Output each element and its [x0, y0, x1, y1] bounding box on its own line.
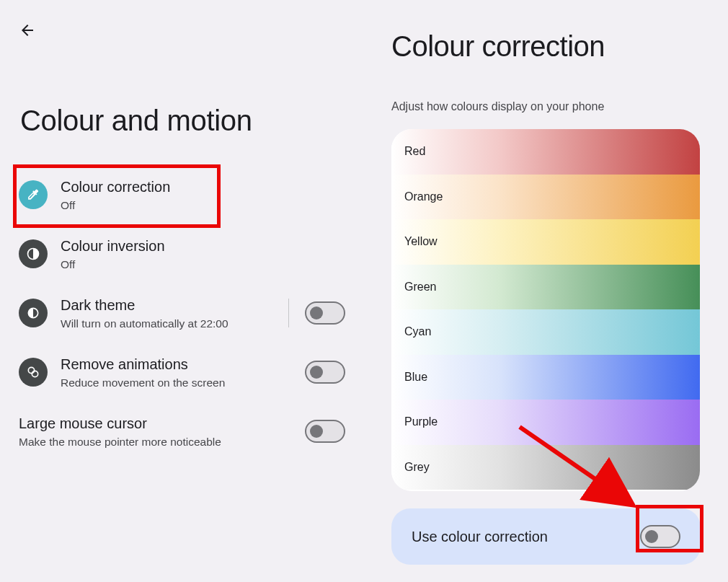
- setting-subtitle: Off: [61, 258, 345, 271]
- setting-title: Remove animations: [61, 355, 305, 374]
- palette-band-blue: Blue: [391, 355, 700, 400]
- colour-preview-palette: Red Orange Yellow Green Cyan Blue Purple…: [391, 129, 700, 491]
- palette-band-cyan: Cyan: [391, 309, 700, 355]
- page-title: Colour and motion: [0, 0, 364, 166]
- eyedropper-icon: [19, 180, 48, 209]
- animations-icon: [19, 358, 48, 387]
- setting-subtitle: Make the mouse pointer more noticeable: [19, 436, 305, 449]
- use-colour-correction-row[interactable]: Use colour correction: [391, 508, 701, 565]
- svg-point-2: [28, 367, 34, 373]
- dark-theme-toggle[interactable]: [305, 301, 345, 325]
- setting-title: Colour correction: [61, 177, 345, 197]
- setting-colour-correction[interactable]: Colour correction Off: [9, 166, 355, 225]
- palette-band-red: Red: [391, 129, 700, 175]
- arrow-left-icon: [19, 22, 36, 39]
- settings-list: Colour correction Off Colour inversion O…: [0, 166, 364, 462]
- dark-theme-icon: [19, 299, 48, 327]
- setting-subtitle: Off: [61, 199, 345, 212]
- divider: [288, 299, 289, 327]
- remove-animations-toggle[interactable]: [305, 361, 345, 384]
- setting-large-mouse-cursor[interactable]: Large mouse cursor Make the mouse pointe…: [9, 402, 355, 462]
- setting-dark-theme[interactable]: Dark theme Will turn on automatically at…: [9, 284, 355, 343]
- setting-title: Large mouse cursor: [19, 414, 305, 433]
- palette-band-green: Green: [391, 265, 700, 310]
- panel-colour-and-motion: Colour and motion Colour correction Off …: [0, 0, 364, 582]
- setting-colour-inversion[interactable]: Colour inversion Off: [9, 225, 355, 284]
- setting-subtitle: Will turn on automatically at 22:00: [61, 317, 281, 330]
- page-subtitle: Adjust how colours display on your phone: [364, 71, 728, 129]
- large-cursor-toggle[interactable]: [305, 420, 345, 443]
- setting-subtitle: Reduce movement on the screen: [61, 376, 305, 389]
- panel-colour-correction: Colour correction Adjust how colours dis…: [364, 0, 728, 582]
- use-colour-correction-label: Use colour correction: [412, 529, 548, 545]
- use-colour-correction-toggle[interactable]: [640, 525, 680, 548]
- palette-band-orange: Orange: [391, 175, 700, 220]
- palette-band-grey: Grey: [391, 445, 700, 490]
- palette-band-purple: Purple: [391, 400, 700, 445]
- setting-remove-animations[interactable]: Remove animations Reduce movement on the…: [9, 343, 355, 402]
- setting-title: Dark theme: [61, 296, 281, 315]
- page-title: Colour correction: [364, 0, 728, 71]
- back-button[interactable]: [17, 20, 37, 40]
- invert-colors-icon: [19, 239, 48, 268]
- palette-band-yellow: Yellow: [391, 219, 700, 265]
- setting-title: Colour inversion: [61, 237, 345, 256]
- svg-point-3: [32, 371, 37, 376]
